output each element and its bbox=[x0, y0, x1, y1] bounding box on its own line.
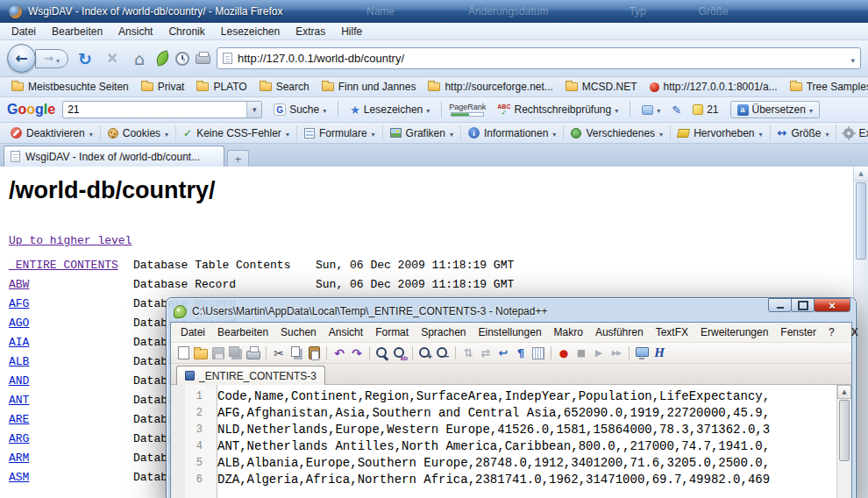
search-history-dropdown-icon[interactable] bbox=[246, 102, 261, 117]
urlbar-dropdown-icon[interactable] bbox=[850, 51, 855, 67]
toolbar-separator[interactable] bbox=[452, 345, 459, 361]
copy-icon[interactable] bbox=[288, 345, 304, 361]
npp-menu-item[interactable]: Suchen bbox=[274, 324, 323, 340]
directory-entry-link[interactable]: AND bbox=[9, 372, 133, 391]
bookmark-item[interactable]: http://127.0.0.1:8001/a... bbox=[644, 79, 784, 95]
translate-button[interactable]: Übersetzen bbox=[730, 101, 820, 118]
firefox-titlebar[interactable]: WsgiDAV - Index of /world-db/country/ - … bbox=[0, 0, 868, 23]
directory-entry-link[interactable]: AFG bbox=[9, 295, 133, 314]
npp-editor[interactable]: 1Code,Name,Continent,Region,SurfaceArea,… bbox=[171, 385, 851, 498]
google-logo[interactable]: Google bbox=[7, 102, 55, 117]
npp-document-tab[interactable]: _ENTIRE_CONTENTS-3 bbox=[176, 366, 325, 385]
webdev-item[interactable]: Keine CSS-Fehler bbox=[176, 125, 297, 141]
stop-button[interactable] bbox=[102, 47, 123, 70]
npp-menu-item[interactable]: Fenster bbox=[774, 324, 822, 340]
save-all-icon[interactable] bbox=[228, 345, 244, 361]
forward-button[interactable] bbox=[35, 49, 68, 68]
npp-menu-item[interactable]: Ansicht bbox=[323, 324, 369, 340]
url-input[interactable] bbox=[238, 52, 845, 65]
webdev-item[interactable]: Informationen bbox=[461, 125, 564, 141]
zoom-in-icon[interactable] bbox=[417, 345, 433, 361]
npp-menu-item[interactable]: Erweiterungen bbox=[694, 324, 774, 340]
npp-menu-item[interactable]: Makro bbox=[548, 324, 589, 340]
reload-button[interactable] bbox=[75, 47, 96, 70]
replace-icon[interactable] bbox=[392, 345, 408, 361]
directory-entry-link[interactable]: ARM bbox=[9, 449, 133, 468]
npp-menu-item[interactable]: Einstellungen bbox=[473, 324, 548, 340]
webdev-item[interactable]: Grafiken bbox=[383, 125, 461, 141]
webdev-item[interactable]: Formulare bbox=[297, 125, 383, 141]
menu-item[interactable]: Ansicht bbox=[110, 24, 160, 39]
close-button[interactable] bbox=[814, 298, 850, 312]
addon-leaf-icon[interactable] bbox=[154, 50, 170, 66]
webdev-item[interactable]: Hervorheben bbox=[671, 125, 770, 141]
menu-item[interactable]: Datei bbox=[4, 24, 44, 39]
sync-vertical-icon[interactable]: ⇅ bbox=[460, 345, 476, 361]
npp-scroll-up-arrow[interactable] bbox=[837, 385, 851, 399]
webdev-item[interactable]: Extras bbox=[836, 125, 868, 141]
toolbar-separator[interactable] bbox=[324, 345, 330, 361]
textfx-icon[interactable]: H bbox=[651, 345, 667, 361]
npp-scrollbar-thumb[interactable] bbox=[839, 400, 850, 461]
cut-icon[interactable]: ✂ bbox=[271, 345, 287, 361]
sync-horizontal-icon[interactable]: ⇄ bbox=[478, 345, 494, 361]
menu-item[interactable]: Lesezeichen bbox=[213, 24, 288, 39]
undo-icon[interactable]: ↶ bbox=[331, 345, 347, 361]
editor-line[interactable]: 2AFG,Afghanistan,Asia,Southern and Centr… bbox=[171, 405, 851, 422]
word-wrap-icon[interactable]: ↩ bbox=[495, 345, 511, 361]
directory-entry-link[interactable]: AIA bbox=[9, 333, 133, 352]
up-to-higher-level-link[interactable]: Up to higher level bbox=[9, 234, 132, 247]
highlight-term-button[interactable]: 21 bbox=[688, 102, 722, 117]
bookmark-item[interactable]: Search bbox=[253, 79, 316, 95]
print-icon[interactable] bbox=[196, 54, 210, 64]
sidewiki-button[interactable] bbox=[637, 102, 665, 117]
directory-entry-link[interactable]: ARG bbox=[9, 430, 133, 449]
toolbar-separator[interactable] bbox=[366, 345, 373, 361]
directory-entry-link[interactable]: ASM bbox=[9, 468, 133, 487]
bookmark-item[interactable]: Tree Samples bbox=[784, 79, 868, 95]
npp-menu-item[interactable]: Bearbeiten bbox=[211, 324, 274, 340]
directory-entry-link[interactable]: ARE bbox=[9, 410, 133, 430]
npp-menu-item[interactable]: Datei bbox=[174, 324, 211, 340]
record-macro-icon[interactable]: ● bbox=[556, 345, 572, 361]
toolbar-separator[interactable] bbox=[548, 345, 554, 361]
bookmark-item[interactable]: MCSD.NET bbox=[559, 79, 644, 95]
bookmark-item[interactable]: Finn und Jannes bbox=[316, 79, 423, 95]
editor-line[interactable]: 1Code,Name,Continent,Region,SurfaceArea,… bbox=[171, 388, 851, 405]
maximize-button[interactable] bbox=[791, 298, 815, 312]
stop-record-icon[interactable]: ■ bbox=[573, 345, 589, 361]
save-icon[interactable] bbox=[210, 345, 226, 361]
webdev-item[interactable]: Verschiedenes bbox=[564, 125, 671, 141]
editor-line[interactable]: 4ANT,Netherlands Antilles,North America,… bbox=[171, 438, 851, 455]
editor-line[interactable]: 6DZA,Algeria,Africa,Northern Africa,2381… bbox=[171, 472, 851, 488]
menu-item[interactable]: Bearbeiten bbox=[44, 24, 110, 39]
npp-menu-item[interactable]: Ausführen bbox=[589, 324, 650, 340]
toolbar-separator[interactable] bbox=[626, 345, 632, 361]
home-button[interactable] bbox=[129, 47, 150, 70]
indent-guide-icon[interactable] bbox=[530, 345, 546, 361]
open-file-icon[interactable] bbox=[193, 345, 209, 361]
find-icon[interactable] bbox=[374, 345, 390, 361]
google-search-box[interactable] bbox=[62, 101, 262, 118]
back-button[interactable] bbox=[7, 44, 36, 73]
menu-item[interactable]: Hilfe bbox=[333, 24, 370, 39]
google-bookmarks-button[interactable]: Lesezeichen bbox=[345, 102, 434, 118]
bookmark-item[interactable]: Privat bbox=[135, 79, 191, 95]
npp-menu-item[interactable]: Sprachen bbox=[415, 324, 472, 340]
directory-entry-link[interactable]: _ENTIRE_CONTENTS bbox=[9, 256, 133, 275]
url-bar[interactable] bbox=[217, 47, 861, 69]
directory-entry-link[interactable]: ANT bbox=[9, 391, 133, 410]
npp-close-document-x[interactable]: X bbox=[841, 326, 868, 338]
zoom-out-icon[interactable] bbox=[435, 345, 451, 361]
scroll-up-arrow[interactable] bbox=[854, 167, 868, 181]
menu-item[interactable]: Chronik bbox=[160, 24, 212, 39]
new-file-icon[interactable] bbox=[175, 345, 191, 361]
webdev-item[interactable]: Cookies bbox=[101, 125, 176, 141]
print-icon[interactable] bbox=[245, 345, 261, 361]
playback-macro-icon[interactable]: ▶ bbox=[591, 345, 607, 361]
scrollbar-thumb[interactable] bbox=[856, 182, 866, 260]
google-search-button[interactable]: Suche bbox=[269, 102, 331, 117]
google-search-input[interactable] bbox=[63, 103, 246, 116]
directory-entry-link[interactable]: AGO bbox=[9, 314, 133, 333]
bookmark-item[interactable]: Meistbesuchte Seiten bbox=[5, 79, 135, 95]
